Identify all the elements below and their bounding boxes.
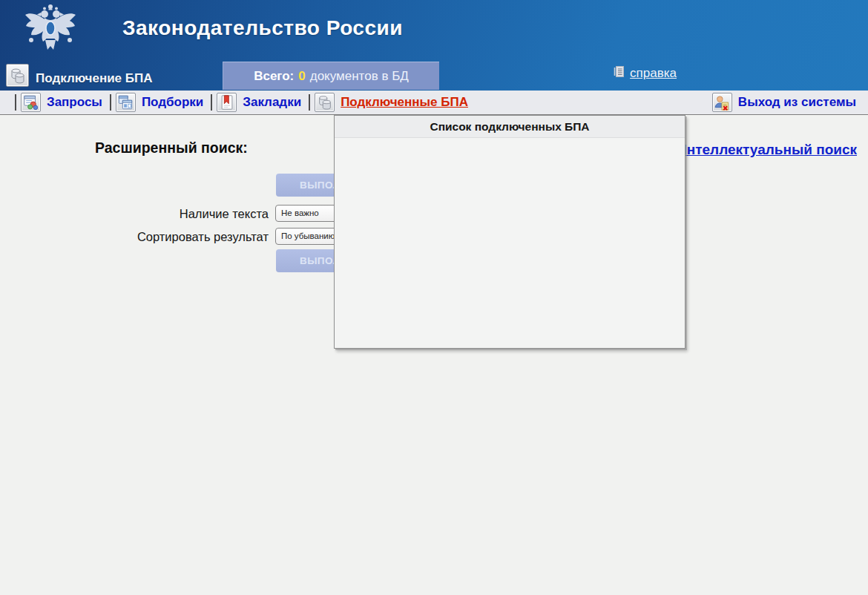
select-value: Не важно (281, 208, 319, 217)
database-icon (6, 64, 29, 87)
total-prefix: Всего: (254, 69, 294, 84)
page-title: Законодательство России (122, 16, 403, 40)
section-title: Подключение БПА (36, 71, 153, 86)
advanced-search-heading: Расширенный поиск: (95, 139, 248, 157)
bookmarks-icon (217, 93, 237, 112)
help-link-label: справка (630, 66, 677, 81)
help-link[interactable]: справка (614, 65, 677, 81)
connected-bpa-icon (315, 93, 335, 112)
collections-icon (116, 93, 136, 112)
toolbar-label: Подключенные БПА (341, 95, 468, 110)
toolbar-divider (211, 94, 212, 111)
intellectual-search-link[interactable]: Интеллектуальный поиск (677, 142, 857, 158)
toolbar-divider (15, 94, 16, 111)
text-availability-label: Наличие текста (89, 207, 269, 221)
total-suffix: документов в БД (310, 69, 409, 84)
toolbar-label: Закладки (243, 95, 301, 110)
toolbar-item-bookmarks[interactable]: Закладки (217, 93, 301, 112)
connected-bpa-list (335, 138, 685, 348)
toolbar-divider (309, 94, 310, 111)
documents-total-badge: Всего: 0 документов в БД (223, 62, 439, 90)
app-screen: Законодательство России Подключение БПА … (0, 0, 868, 595)
toolbar-label: Выход из системы (738, 95, 856, 110)
popup-title: Список подключенных БПА (335, 116, 685, 138)
help-book-icon (614, 65, 625, 81)
toolbar-divider (110, 94, 111, 111)
total-count: 0 (298, 69, 305, 84)
toolbar-item-connected-bpa[interactable]: Подключенные БПА (315, 93, 468, 112)
toolbar-item-logout[interactable]: Выход из системы (712, 93, 856, 112)
connected-bpa-popup: Список подключенных БПА (334, 115, 685, 349)
toolbar-label: Подборки (142, 95, 203, 110)
app-header: Законодательство России Подключение БПА … (0, 0, 868, 91)
russian-coat-of-arms-icon (22, 3, 79, 58)
queries-icon (21, 93, 41, 112)
toolbar-label: Запросы (47, 95, 102, 110)
exit-icon (712, 93, 732, 112)
main-toolbar: Запросы Подборки (0, 91, 868, 115)
sort-result-label: Сортировать результат (89, 230, 269, 244)
toolbar-item-queries[interactable]: Запросы (21, 93, 102, 112)
toolbar-item-collections[interactable]: Подборки (116, 93, 203, 112)
